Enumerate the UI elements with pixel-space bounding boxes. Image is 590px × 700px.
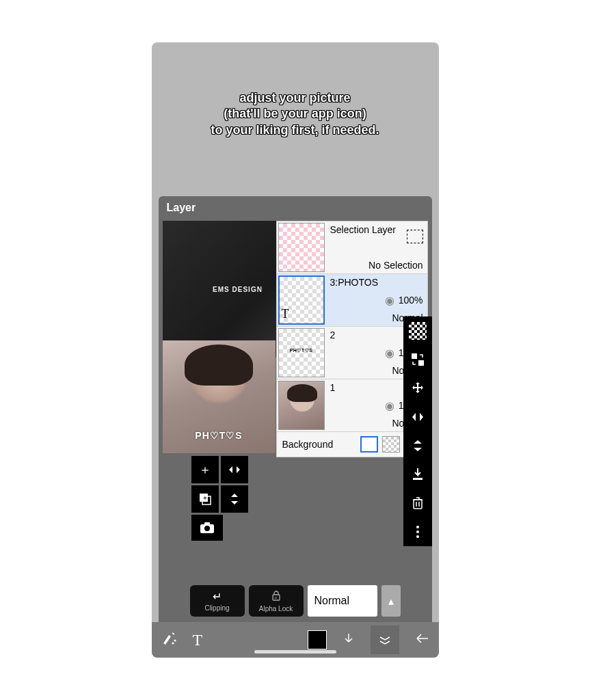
canvas-area[interactable]: EMS DESIGN PH♡T♡S ＋ + [159,221,432,582]
flip-vertical-tool-button[interactable] [403,431,432,460]
svg-point-5 [204,526,210,531]
collapse-icon[interactable] [342,632,356,649]
right-toolbar [403,317,432,546]
add-layer-button[interactable]: ＋ [191,456,219,483]
selection-marquee-icon [407,230,423,243]
camera-button[interactable] [191,515,223,541]
svg-point-10 [416,526,419,528]
blend-mode-dropdown-arrow[interactable]: ▴ [381,585,401,617]
instruction-line-3: to your liking first, if needed. [165,122,425,138]
background-white-swatch[interactable] [360,436,378,453]
layer-3-name: 3:PHOTOS [330,277,423,288]
layer-1-thumb [278,381,325,430]
clipping-icon: ↵ [213,590,222,603]
move-tool-button[interactable] [403,374,432,403]
selection-layer-status: No Selection [330,260,423,271]
duplicate-layer-button[interactable]: + [191,485,219,513]
canvas-watermark: EMS DESIGN [213,286,263,293]
svg-rect-7 [418,360,424,366]
layer-2-thumb-label: PH♡T♡S [290,348,313,353]
brush-tool-icon[interactable] [161,631,178,649]
alpha-lock-label: Alpha Lock [259,605,293,612]
visibility-icon[interactable]: ◉ [385,294,394,307]
more-options-button[interactable] [403,517,432,546]
flip-vertical-button[interactable] [221,485,248,513]
svg-rect-9 [414,500,422,509]
home-indicator[interactable] [254,650,336,654]
canvas-foreground-photo[interactable]: PH♡T♡S [163,340,276,453]
canvas-tool-cluster: ＋ + [191,456,248,513]
visibility-icon[interactable]: ◉ [385,347,394,360]
layer-controls-row: ↵ Clipping α Alpha Lock Normal ▴ [159,582,432,619]
visibility-icon[interactable]: ◉ [385,399,394,412]
svg-point-12 [416,535,419,538]
svg-rect-8 [413,478,423,480]
delete-layer-button[interactable] [403,489,432,517]
back-icon[interactable] [414,632,429,648]
flip-horizontal-button[interactable] [221,456,248,483]
phone-frame: adjust your picture (that'll be your app… [152,42,439,658]
merge-down-button[interactable] [403,460,432,489]
svg-text:α: α [274,595,277,600]
layer-2-thumb: PH♡T♡S [278,328,325,377]
selection-layer-row[interactable]: Selection Layer No Selection [277,221,427,274]
instruction-line-2: (that'll be your app icon) [165,106,425,122]
lock-icon: α [271,590,281,604]
flip-horizontal-tool-button[interactable] [403,403,432,431]
clipping-button[interactable]: ↵ Clipping [190,585,245,617]
background-label: Background [282,439,334,450]
alpha-lock-button[interactable]: α Alpha Lock [249,585,304,617]
instruction-text: adjust your picture (that'll be your app… [152,90,439,138]
canvas-photos-label: PH♡T♡S [195,430,242,441]
layer-3-thumb-label: T [282,307,289,321]
blend-mode-select[interactable]: Normal [308,585,377,617]
svg-rect-6 [412,353,417,359]
clipping-label: Clipping [204,604,229,612]
svg-text:+: + [203,494,207,502]
transparency-toggle-icon[interactable] [409,322,427,340]
svg-rect-4 [204,522,210,525]
swap-layers-button[interactable] [403,345,432,374]
svg-point-16 [172,642,174,644]
bottom-toolbar: T [152,622,439,658]
layer-panel-title: Layer [159,196,432,219]
svg-point-15 [174,639,176,641]
layer-3-opacity: 100% [399,295,423,306]
instruction-line-1: adjust your picture [165,90,425,106]
svg-point-11 [416,530,419,533]
text-tool-icon[interactable]: T [193,631,203,649]
selection-layer-thumb [278,223,325,272]
layers-panel-toggle[interactable] [371,625,399,654]
app-area: Layer EMS DESIGN PH♡T♡S ＋ + [159,196,432,658]
blend-mode-value: Normal [314,595,350,607]
layer-3-thumb: T [278,275,325,325]
background-transparent-swatch[interactable] [382,436,400,453]
color-swatch-button[interactable] [308,630,327,649]
